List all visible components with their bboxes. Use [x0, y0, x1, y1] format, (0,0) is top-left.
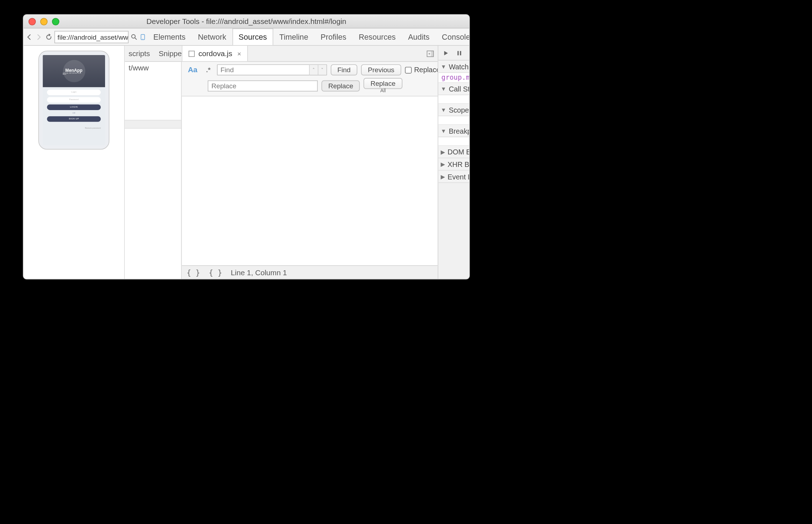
debugger-sidebar: ▼Watch group.mem ▼Call Stack ▼Scope ▼Bre…	[438, 46, 469, 279]
scope-body	[438, 116, 469, 125]
find-input[interactable]	[217, 65, 309, 75]
login-field[interactable]: Login	[47, 90, 100, 95]
previous-button[interactable]: Previous	[361, 64, 401, 75]
close-tab-icon[interactable]: ×	[237, 50, 241, 57]
svg-line-1	[135, 38, 137, 39]
signup-button[interactable]: SIGN UP	[47, 116, 100, 122]
minimize-window-button[interactable]	[40, 18, 48, 25]
address-text: file:///android_asset/www	[58, 33, 129, 41]
tab-elements[interactable]: Elements	[147, 29, 192, 45]
replace-all-extra: All	[380, 88, 386, 93]
navigator-row[interactable]: t/www	[125, 62, 181, 74]
section-event-listeners[interactable]: ▶Event Liste	[438, 170, 469, 183]
find-replace-bar: Aa .* ˄ ˅ Find Previo	[182, 62, 438, 97]
debugger-controls	[438, 46, 469, 61]
replace-input-wrap	[208, 80, 318, 91]
zoom-window-button[interactable]	[52, 18, 59, 25]
svg-point-0	[132, 34, 135, 38]
watch-expression[interactable]: group.mem	[438, 73, 469, 83]
section-xhr-breakpoints[interactable]: ▶XHR Break	[438, 158, 469, 171]
section-watch[interactable]: ▼Watch	[438, 61, 469, 73]
tab-sources[interactable]: Sources	[232, 29, 273, 45]
app-tagline: SOCIAL NETWORK FOR MEN	[63, 72, 85, 75]
code-editor[interactable]	[182, 97, 438, 265]
devtools-window: Developer Tools - file:///android_asset/…	[23, 14, 470, 280]
regex-icon[interactable]: .*	[204, 66, 213, 74]
tab-console[interactable]: Console	[436, 29, 470, 45]
replace-checkbox[interactable]	[405, 66, 412, 73]
breakpoints-body	[438, 137, 469, 146]
svg-rect-5	[431, 51, 434, 56]
or-divider: OR	[47, 112, 100, 114]
toggle-drawer-icon[interactable]	[423, 46, 438, 61]
forward-button[interactable]	[35, 31, 43, 43]
replace-button[interactable]: Replace	[321, 80, 360, 91]
tab-audits[interactable]: Audits	[402, 29, 436, 45]
section-dom-breakpoints[interactable]: ▶DOM Break	[438, 146, 469, 158]
replace-all-button[interactable]: Replace	[364, 78, 402, 89]
file-icon	[189, 50, 195, 56]
password-field[interactable]: Password	[47, 97, 100, 103]
device-screen: MenApp SOCIAL NETWORK FOR MEN Login Pass…	[43, 55, 105, 145]
tab-network[interactable]: Network	[192, 29, 232, 45]
tab-timeline[interactable]: Timeline	[273, 29, 315, 45]
svg-point-3	[143, 38, 143, 39]
resume-icon[interactable]	[442, 49, 450, 57]
main: MenApp SOCIAL NETWORK FOR MEN Login Pass…	[24, 46, 469, 279]
subtab-scripts[interactable]: scripts	[129, 49, 150, 58]
section-breakpoints[interactable]: ▼Breakpoint	[438, 125, 469, 137]
cursor-position: Line 1, Column 1	[231, 268, 287, 277]
callstack-body	[438, 95, 469, 104]
replace-toggle-label: Replace	[414, 66, 440, 74]
app-name: MenApp	[65, 68, 83, 72]
match-case-icon[interactable]: Aa	[185, 65, 200, 74]
navigator-selection	[125, 120, 181, 129]
back-button[interactable]	[25, 31, 33, 43]
app-logo: MenApp SOCIAL NETWORK FOR MEN	[63, 60, 85, 82]
find-button[interactable]: Find	[331, 64, 357, 75]
close-window-button[interactable]	[29, 18, 36, 25]
toolbar: file:///android_asset/www Elements Netwo…	[24, 29, 469, 46]
login-button[interactable]: LOGIN	[47, 104, 100, 110]
pause-icon[interactable]	[456, 49, 463, 57]
device-preview-pane: MenApp SOCIAL NETWORK FOR MEN Login Pass…	[24, 46, 125, 279]
file-tab-label: cordova.js	[198, 49, 232, 58]
device-frame: MenApp SOCIAL NETWORK FOR MEN Login Pass…	[38, 51, 109, 150]
address-bar[interactable]: file:///android_asset/www	[54, 31, 129, 43]
find-input-wrap: ˄ ˅	[217, 64, 327, 75]
search-icon[interactable]	[130, 33, 138, 41]
pretty-print-icon[interactable]: { }	[187, 268, 200, 277]
replace-input[interactable]	[208, 81, 317, 91]
tab-profiles[interactable]: Profiles	[315, 29, 353, 45]
panel-tabs: Elements Network Sources Timeline Profil…	[147, 29, 470, 45]
sources-subbar: scripts Snippets cordova.js ×	[125, 46, 437, 62]
find-next-step-icon[interactable]: ˅	[318, 65, 326, 75]
window-controls	[29, 18, 59, 25]
format-icon[interactable]: { }	[209, 268, 222, 277]
tab-resources[interactable]: Resources	[352, 29, 402, 45]
editor-statusbar: { } { } Line 1, Column 1	[182, 265, 438, 279]
titlebar: Developer Tools - file:///android_asset/…	[24, 15, 469, 29]
reload-button[interactable]	[45, 31, 53, 43]
sources-panel: scripts Snippets cordova.js ×	[125, 46, 437, 279]
section-callstack[interactable]: ▼Call Stack	[438, 83, 469, 95]
find-stepper: ˄ ˅	[309, 65, 326, 75]
file-tab-cordova[interactable]: cordova.js ×	[182, 46, 248, 61]
replace-toggle[interactable]: Replace	[405, 66, 440, 74]
section-scope[interactable]: ▼Scope	[438, 104, 469, 117]
window-title: Developer Tools - file:///android_asset/…	[24, 17, 469, 26]
find-prev-step-icon[interactable]: ˄	[309, 65, 317, 75]
restore-password-link[interactable]: Restore password	[43, 124, 105, 132]
device-icon[interactable]	[140, 33, 146, 41]
